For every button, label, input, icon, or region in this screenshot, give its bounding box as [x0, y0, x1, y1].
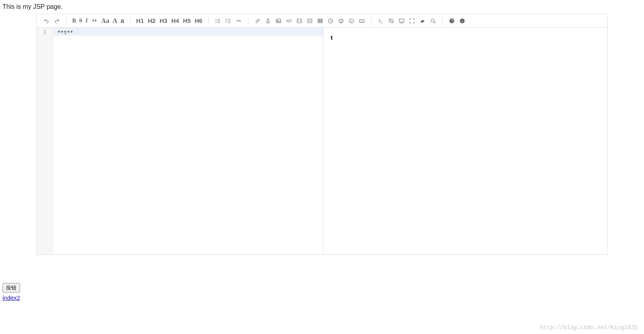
undo-icon[interactable]: [41, 16, 52, 26]
h2-button[interactable]: H2: [146, 16, 158, 26]
markdown-editor: B S I Aa A a H1 H2 H3 H4 H5 H6 123: [36, 14, 608, 255]
svg-point-0: [216, 19, 217, 20]
svg-line-41: [434, 22, 435, 23]
toolbar-divider: [66, 17, 67, 25]
font-serif-button[interactable]: A: [111, 16, 119, 26]
svg-rect-37: [399, 19, 404, 22]
anchor-icon[interactable]: [263, 16, 273, 26]
watch-icon[interactable]: [386, 16, 396, 26]
svg-point-27: [342, 20, 342, 20]
svg-text:©: ©: [351, 20, 353, 22]
toolbar-divider: [442, 17, 443, 25]
svg-rect-19: [318, 19, 323, 22]
search-icon[interactable]: [428, 16, 438, 26]
svg-point-40: [431, 19, 435, 22]
h6-button[interactable]: H6: [193, 16, 204, 26]
editor-toolbar: B S I Aa A a H1 H2 H3 H4 H5 H6 123: [37, 14, 607, 28]
strikethrough-button[interactable]: S: [77, 16, 84, 26]
link-icon[interactable]: [252, 16, 263, 26]
quote-icon[interactable]: [89, 16, 100, 26]
editor-body: 1 **t** t: [37, 28, 607, 255]
clear-icon[interactable]: [417, 16, 428, 26]
svg-point-2: [216, 22, 217, 23]
text-case-button[interactable]: Aa: [100, 16, 111, 26]
svg-rect-15: [276, 19, 281, 22]
datetime-icon[interactable]: [325, 16, 336, 26]
preview-icon[interactable]: [396, 16, 407, 26]
keyboard-icon[interactable]: [357, 16, 367, 26]
emoji-icon[interactable]: [336, 16, 346, 26]
ordered-list-icon[interactable]: 123: [223, 16, 234, 26]
toolbar-divider: [248, 17, 248, 25]
preview-pane: t: [323, 28, 607, 255]
submit-button[interactable]: 按钮: [2, 283, 20, 293]
source-line[interactable]: **t**: [53, 28, 323, 36]
h5-button[interactable]: H5: [181, 16, 193, 26]
line-gutter: 1: [37, 28, 53, 255]
svg-point-26: [340, 20, 341, 20]
image-icon[interactable]: [273, 16, 284, 26]
svg-point-13: [268, 18, 269, 20]
unordered-list-icon[interactable]: [213, 16, 223, 26]
redo-icon[interactable]: [52, 16, 62, 26]
toolbar-divider: [208, 17, 209, 25]
svg-line-36: [389, 18, 394, 23]
font-sans-button[interactable]: a: [119, 16, 126, 26]
source-pane[interactable]: **t**: [53, 28, 323, 255]
horizontal-rule-icon[interactable]: [234, 16, 244, 26]
fullscreen-icon[interactable]: [407, 16, 417, 26]
h4-button[interactable]: H4: [169, 16, 181, 26]
preview-bold-text: t: [331, 34, 333, 41]
h1-button[interactable]: H1: [134, 16, 146, 26]
page-title: This is my JSP page.: [0, 0, 644, 14]
toolbar-divider: [371, 17, 372, 25]
toolbar-divider: [130, 17, 130, 25]
italic-button[interactable]: I: [84, 16, 89, 26]
special-char-icon[interactable]: ©: [346, 16, 357, 26]
info-icon[interactable]: i: [457, 16, 467, 26]
help-icon[interactable]: ?: [447, 16, 457, 26]
svg-point-1: [216, 20, 217, 21]
svg-rect-18: [308, 19, 312, 22]
table-icon[interactable]: [315, 16, 325, 26]
code-icon[interactable]: [284, 16, 294, 26]
svg-text:?: ?: [451, 19, 453, 23]
svg-rect-30: [360, 19, 364, 22]
code-block-icon[interactable]: [294, 16, 305, 26]
goto-line-icon[interactable]: [376, 16, 386, 26]
line-number: 1: [37, 29, 53, 35]
h3-button[interactable]: H3: [158, 16, 169, 26]
preformatted-icon[interactable]: [305, 16, 315, 26]
index2-link[interactable]: index2: [2, 294, 20, 301]
bold-button[interactable]: B: [71, 16, 77, 26]
svg-text:3: 3: [226, 21, 227, 23]
